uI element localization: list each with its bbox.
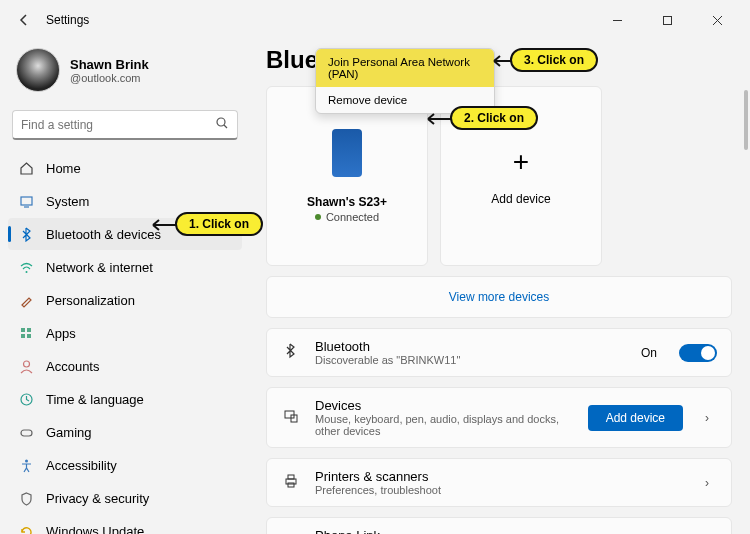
minimize-button[interactable] (602, 6, 632, 34)
back-button[interactable] (10, 6, 38, 34)
clock-icon (18, 391, 34, 407)
close-button[interactable] (702, 6, 732, 34)
add-device-button[interactable]: Add device (588, 405, 683, 431)
callout-1: 1. Click on (175, 212, 263, 236)
sidebar-item-label: Network & internet (46, 260, 153, 275)
row-subtitle: Preferences, troubleshoot (315, 484, 683, 496)
row-title: Phone Link (315, 528, 550, 534)
sidebar-item-apps[interactable]: Apps (8, 317, 242, 349)
plus-icon: + (513, 146, 529, 178)
sidebar-item-label: Accounts (46, 359, 99, 374)
view-more-devices[interactable]: View more devices (266, 276, 732, 318)
svg-rect-4 (21, 197, 32, 205)
svg-rect-8 (27, 328, 31, 332)
avatar (16, 48, 60, 92)
svg-point-14 (25, 459, 28, 462)
phone-icon (332, 129, 362, 177)
maximize-button[interactable] (652, 6, 682, 34)
sidebar-item-label: Apps (46, 326, 76, 341)
svg-point-6 (25, 271, 27, 273)
sidebar-item-label: Privacy & security (46, 491, 149, 506)
sidebar-item-network[interactable]: Network & internet (8, 251, 242, 283)
svg-point-11 (23, 361, 29, 367)
devices-icon (281, 408, 301, 427)
sidebar-item-label: Personalization (46, 293, 135, 308)
accounts-icon (18, 358, 34, 374)
sidebar-item-gaming[interactable]: Gaming (8, 416, 242, 448)
gaming-icon (18, 424, 34, 440)
apps-icon (18, 325, 34, 341)
svg-line-3 (224, 125, 227, 128)
app-title: Settings (46, 13, 89, 27)
svg-rect-18 (288, 475, 294, 479)
sidebar-item-label: Gaming (46, 425, 92, 440)
profile-email: @outlook.com (70, 72, 149, 84)
sidebar-item-label: Windows Update (46, 524, 144, 535)
wifi-icon (18, 259, 34, 275)
sidebar-item-label: Home (46, 161, 81, 176)
sidebar-item-update[interactable]: Windows Update (8, 515, 242, 534)
svg-rect-9 (21, 334, 25, 338)
sidebar-item-label: Time & language (46, 392, 144, 407)
sidebar-item-label: Bluetooth & devices (46, 227, 161, 242)
row-subtitle: Discoverable as "BRINKW11" (315, 354, 627, 366)
profile-name: Shawn Brink (70, 57, 149, 72)
titlebar: Settings (0, 0, 750, 40)
sidebar-item-label: Accessibility (46, 458, 117, 473)
sidebar-item-privacy[interactable]: Privacy & security (8, 482, 242, 514)
search-input[interactable] (21, 118, 215, 132)
search-box[interactable] (12, 110, 238, 140)
chevron-right-icon: › (697, 411, 717, 425)
svg-point-2 (217, 118, 225, 126)
phone-link-row[interactable]: Phone Link Instantly access your Android… (266, 517, 732, 534)
sidebar-item-accessibility[interactable]: Accessibility (8, 449, 242, 481)
bluetooth-toggle[interactable] (679, 344, 717, 362)
sidebar-item-accounts[interactable]: Accounts (8, 350, 242, 382)
devices-row[interactable]: Devices Mouse, keyboard, pen, audio, dis… (266, 387, 732, 448)
home-icon (18, 160, 34, 176)
toggle-state: On (641, 346, 657, 360)
bluetooth-icon (18, 226, 34, 242)
callout-2: 2. Click on (450, 106, 538, 130)
row-title: Devices (315, 398, 574, 413)
sidebar-item-time[interactable]: Time & language (8, 383, 242, 415)
svg-rect-1 (663, 16, 671, 24)
sidebar-item-label: System (46, 194, 89, 209)
row-subtitle: Mouse, keyboard, pen, audio, displays an… (315, 413, 574, 437)
update-icon (18, 523, 34, 534)
shield-icon (18, 490, 34, 506)
brush-icon (18, 292, 34, 308)
svg-rect-13 (21, 430, 32, 436)
sidebar-item-home[interactable]: Home (8, 152, 242, 184)
system-icon (18, 193, 34, 209)
device-status: Connected (315, 211, 379, 223)
chevron-right-icon: › (697, 476, 717, 490)
bluetooth-row: Bluetooth Discoverable as "BRINKW11" On (266, 328, 732, 377)
search-icon (215, 116, 229, 134)
profile-block[interactable]: Shawn Brink @outlook.com (8, 44, 242, 104)
callout-3: 3. Click on (510, 48, 598, 72)
row-title: Printers & scanners (315, 469, 683, 484)
printer-icon (281, 473, 301, 492)
row-title: Bluetooth (315, 339, 627, 354)
add-device-label: Add device (491, 192, 550, 206)
bluetooth-icon (281, 343, 301, 362)
printers-row[interactable]: Printers & scanners Preferences, trouble… (266, 458, 732, 507)
sidebar-item-personalization[interactable]: Personalization (8, 284, 242, 316)
context-menu: Join Personal Area Network (PAN) Remove … (315, 48, 495, 114)
svg-rect-10 (27, 334, 31, 338)
device-name: Shawn's S23+ (307, 195, 387, 209)
sidebar: Shawn Brink @outlook.com Home System Blu… (0, 40, 250, 534)
accessibility-icon (18, 457, 34, 473)
menu-item-join-pan[interactable]: Join Personal Area Network (PAN) (316, 49, 494, 87)
svg-rect-7 (21, 328, 25, 332)
scrollbar[interactable] (744, 90, 748, 150)
